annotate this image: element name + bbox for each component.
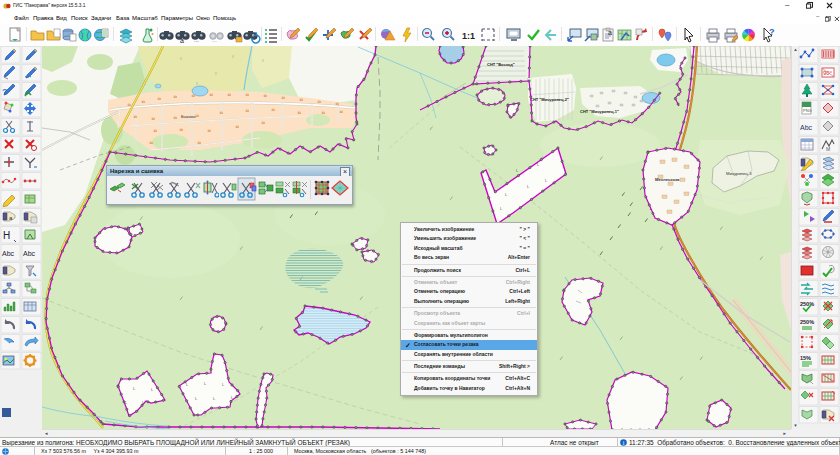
svg-text:Мичуринец-3: Мичуринец-3 [726,171,752,176]
svg-text:15%: 15% [800,355,811,361]
svg-text:СНТ "Мичуринец-2": СНТ "Мичуринец-2" [530,97,569,102]
svg-text:СНТ "Мичуринец-1": СНТ "Мичуринец-1" [580,109,619,114]
svg-text:II: II [262,59,264,63]
svg-text:?: ? [769,27,775,37]
svg-text:a: a [608,29,612,36]
svg-text:II: II [180,57,182,61]
svg-text:90°: 90° [823,70,833,76]
svg-text:250%: 250% [800,319,814,325]
svg-text:a: a [180,37,184,44]
svg-text:H: H [3,230,10,241]
svg-text:1:1: 1:1 [462,31,475,41]
svg-text:M: M [826,146,830,152]
svg-text:Abc: Abc [2,250,15,257]
svg-text:...: ... [194,37,199,43]
svg-text:Мехлесхоза: Мехлесхоза [655,177,680,182]
svg-text:...: ... [212,37,217,43]
svg-text:II: II [215,72,217,76]
svg-text:II: II [232,55,234,59]
svg-text:Abc: Abc [23,250,36,257]
svg-text:250%: 250% [800,301,814,307]
svg-text:II: II [196,82,198,86]
svg-text:Быково: Быково [181,114,196,119]
svg-text:PNG: PNG [803,108,812,113]
svg-text:СНТ "Восход": СНТ "Восход" [487,62,515,67]
svg-text:Abc: Abc [800,124,813,131]
